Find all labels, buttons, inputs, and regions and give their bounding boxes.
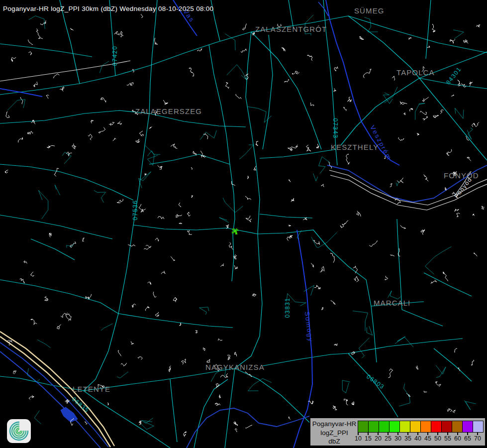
village-mark	[91, 120, 94, 123]
village-mark	[195, 331, 197, 333]
village-mark	[233, 422, 238, 426]
minor-road-line	[145, 145, 158, 165]
village-mark	[60, 87, 64, 91]
village-mark	[31, 319, 37, 325]
village-mark	[447, 149, 452, 155]
village-mark	[289, 417, 291, 419]
legend-tick-value: 20	[375, 435, 382, 442]
village-mark	[169, 366, 171, 372]
village-mark	[348, 97, 352, 102]
city-label: KESZTHELY	[331, 143, 379, 151]
minor-road-line	[141, 422, 154, 430]
village-mark	[436, 381, 441, 387]
village-mark	[241, 49, 246, 53]
village-mark	[252, 294, 256, 296]
road-line	[348, 16, 487, 53]
minor-road-line	[99, 61, 109, 73]
village-mark	[473, 214, 475, 216]
legend-color-cell	[462, 421, 473, 433]
road-line	[170, 379, 177, 442]
village-mark	[176, 215, 182, 218]
village-mark	[234, 352, 237, 356]
village-mark	[163, 100, 168, 105]
village-mark	[13, 371, 16, 374]
minor-road-line	[200, 130, 216, 140]
legend-color-cells	[358, 421, 485, 433]
village-mark	[191, 168, 193, 170]
legend-color-cell	[358, 421, 369, 433]
village-mark	[472, 122, 480, 127]
legend-color-cell	[368, 421, 379, 433]
legend-color-cell	[410, 421, 421, 433]
village-mark	[234, 265, 237, 269]
village-mark	[346, 154, 350, 164]
village-mark	[432, 24, 436, 32]
village-mark	[215, 403, 220, 406]
village-mark	[424, 391, 427, 392]
village-mark	[457, 213, 460, 217]
legend-tick-value: 45	[424, 435, 431, 442]
legend-title-block: Poganyvar-HR logZ_PPI dbZ	[311, 420, 357, 446]
legend-color-cell	[399, 421, 410, 433]
village-mark	[408, 38, 411, 40]
village-mark	[117, 199, 123, 203]
road-line	[258, 230, 328, 248]
village-mark	[219, 395, 221, 398]
village-mark	[158, 165, 163, 169]
village-mark	[27, 131, 33, 134]
village-mark	[29, 395, 34, 399]
road-line	[0, 280, 118, 314]
minor-road-line	[455, 108, 464, 118]
village-mark	[236, 94, 241, 99]
water-body	[61, 407, 78, 422]
village-mark	[245, 425, 252, 429]
village-mark	[440, 110, 444, 114]
legend-tick-value: 50	[434, 435, 441, 442]
village-mark	[245, 372, 252, 377]
village-mark	[131, 341, 133, 344]
village-mark	[179, 323, 181, 326]
minor-road-line	[464, 400, 476, 410]
city-label: LETENYE	[73, 385, 110, 393]
minor-road-line	[248, 378, 272, 391]
village-mark	[454, 348, 457, 352]
village-mark	[289, 179, 291, 182]
village-mark	[6, 112, 9, 118]
road-line	[0, 32, 251, 95]
village-mark	[46, 95, 49, 99]
village-mark	[45, 296, 48, 301]
village-mark	[397, 178, 403, 183]
village-mark	[20, 279, 24, 283]
minor-road-line	[142, 418, 153, 424]
village-mark	[385, 276, 388, 280]
road-line	[0, 164, 133, 200]
minor-road-line	[453, 30, 464, 39]
village-mark	[153, 292, 156, 297]
village-mark	[433, 115, 439, 118]
legend: Poganyvar-HR logZ_PPI dbZ 10152025303540…	[309, 417, 486, 447]
minor-road-line	[94, 191, 106, 203]
village-mark	[66, 152, 72, 156]
village-mark	[144, 245, 151, 250]
legend-color-cell	[452, 421, 463, 433]
village-mark	[67, 313, 72, 321]
legend-color-cell	[431, 421, 442, 433]
minor-road-line	[38, 190, 48, 219]
village-mark	[455, 209, 459, 212]
village-mark	[5, 170, 8, 173]
city-label: FONYÓD	[444, 171, 479, 180]
city-label: NAGYKANIZSA	[205, 363, 265, 371]
village-mark	[120, 31, 123, 37]
legend-colorbar: 10152025303540455055606570	[358, 421, 485, 442]
road-line	[251, 32, 321, 149]
village-mark	[138, 357, 142, 360]
village-mark	[334, 89, 336, 92]
village-mark	[173, 298, 177, 302]
village-mark	[331, 301, 335, 305]
village-mark	[20, 97, 23, 104]
village-mark	[474, 253, 477, 256]
minor-road-line	[239, 145, 254, 159]
minor-road-line	[225, 34, 235, 50]
village-mark	[226, 82, 229, 88]
road-line	[426, 0, 431, 59]
